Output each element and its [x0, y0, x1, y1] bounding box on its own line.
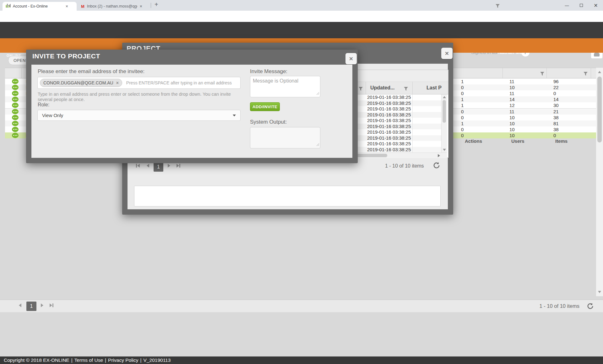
- next-page-button[interactable]: [41, 303, 43, 307]
- filter-icon[interactable]: [404, 86, 408, 92]
- cell-updated: 2019-01-16 03:38:25: [367, 106, 411, 111]
- column-header-updated[interactable]: Updated...: [370, 85, 394, 91]
- row-menu-button[interactable]: [12, 133, 19, 138]
- filter-icon[interactable]: [359, 86, 363, 92]
- invite-modal-close-button[interactable]: ×: [345, 53, 357, 64]
- invite-message-textarea[interactable]: Message is Optional: [250, 76, 320, 97]
- next-page-button[interactable]: [168, 164, 170, 168]
- cell-users: 10: [509, 115, 515, 120]
- project-dialog-close-button[interactable]: ×: [441, 48, 453, 59]
- invite-modal-body: Please enter the email address of the in…: [31, 65, 352, 158]
- row-menu-button[interactable]: [12, 103, 19, 108]
- terms-of-use-link[interactable]: Terms of Use: [74, 357, 103, 363]
- cell-updated: 2019-01-16 03:38:25: [367, 141, 411, 146]
- scrollbar-thumb[interactable]: [597, 77, 602, 142]
- cell-updated: 2019-01-16 03:38:25: [367, 147, 411, 152]
- filter-icon[interactable]: [496, 3, 500, 9]
- column-divider: [366, 82, 366, 94]
- prev-page-button[interactable]: [19, 303, 21, 307]
- cell-actions: 0: [461, 109, 464, 114]
- column-header-last[interactable]: Last P: [426, 85, 442, 91]
- column-divider: [412, 100, 413, 106]
- browser-tab-inbox[interactable]: M Inbox (2) - nathan.moss@qge.co ×: [78, 2, 149, 11]
- scrollbar-thumb[interactable]: [443, 100, 446, 123]
- cell-items: 21: [553, 109, 559, 114]
- invite-message-label: Invite Message:: [250, 68, 287, 75]
- row-menu-button[interactable]: [12, 97, 19, 102]
- chevron-down-icon: [233, 115, 236, 116]
- scroll-up-icon[interactable]: [598, 71, 601, 73]
- column-header-actions[interactable]: Actions: [465, 138, 482, 144]
- cell-users: 12: [509, 103, 515, 108]
- row-menu-button[interactable]: [12, 115, 19, 120]
- browser-tab-strip: EX Account - Ex-Online × M Inbox (2) - n…: [0, 0, 603, 11]
- refresh-icon[interactable]: [433, 162, 440, 170]
- email-input[interactable]: CONOR.DUGGAN@QGE.COM.AU × Press ENTER/SP…: [37, 77, 241, 89]
- column-header-items[interactable]: Items: [555, 138, 568, 144]
- filter-icon[interactable]: [540, 71, 544, 77]
- last-page-button[interactable]: [50, 303, 53, 307]
- grid-scrollbar-vertical[interactable]: [441, 94, 447, 153]
- cell-actions: 0: [461, 133, 464, 138]
- project-comment-textarea[interactable]: [134, 186, 441, 206]
- column-divider: [412, 129, 413, 135]
- cell-items: 0: [553, 133, 556, 138]
- footer-separator: |: [71, 357, 73, 363]
- system-output-textarea[interactable]: [250, 127, 320, 148]
- email-label: Please enter the email address of the in…: [38, 68, 144, 75]
- cell-items: 0: [553, 91, 556, 96]
- privacy-policy-link[interactable]: Privacy Policy: [108, 357, 138, 363]
- first-page-button[interactable]: [7, 4, 11, 8]
- cell-actions: 0: [461, 115, 464, 120]
- row-menu-button[interactable]: [12, 85, 19, 90]
- scroll-up-icon[interactable]: [443, 96, 446, 98]
- add-invite-button[interactable]: ADD/INVITE: [250, 102, 280, 111]
- column-divider: [412, 94, 413, 100]
- cell-items: 14: [553, 97, 559, 102]
- window-maximize-button[interactable]: [574, 0, 589, 11]
- row-menu-button[interactable]: [12, 127, 19, 132]
- app-header: EX ONLINE. ? Signed in as Nathan Moss: [0, 22, 603, 38]
- column-header-users[interactable]: Users: [511, 138, 524, 144]
- page-scrollbar[interactable]: [596, 68, 603, 296]
- window-minimize-button[interactable]: —: [560, 0, 574, 11]
- row-menu-button[interactable]: [12, 79, 19, 84]
- cell-actions: 1: [461, 121, 464, 126]
- row-menu-button[interactable]: [12, 121, 19, 126]
- chip-remove-icon[interactable]: ×: [116, 80, 119, 85]
- new-tab-button[interactable]: +: [155, 1, 158, 8]
- tab-close-icon[interactable]: ×: [140, 4, 142, 9]
- filter-icon[interactable]: [584, 71, 588, 77]
- current-page-button[interactable]: 1: [154, 162, 163, 172]
- page-footer: Copyright © 2018 EX-ONLINE | Terms of Us…: [0, 356, 603, 364]
- scroll-right-icon[interactable]: [438, 154, 440, 157]
- column-divider: [412, 112, 413, 118]
- current-page-button[interactable]: 1: [26, 302, 36, 311]
- invite-modal: INVITE TO PROJECT × Please enter the ema…: [26, 50, 358, 163]
- cell-updated: 2019-01-16 03:38:25: [367, 124, 411, 129]
- tab-divider: [151, 3, 151, 8]
- resize-handle-icon[interactable]: [316, 91, 319, 96]
- copyright-text: Copyright © 2018 EX-ONLINE: [4, 357, 69, 363]
- cell-actions: 0: [461, 91, 464, 96]
- browser-tab-account[interactable]: EX Account - Ex-Online ×: [3, 2, 77, 11]
- window-close-button[interactable]: ✕: [589, 0, 603, 11]
- last-page-button[interactable]: [177, 164, 180, 168]
- column-divider: [591, 68, 591, 78]
- first-page-button[interactable]: [136, 164, 140, 168]
- refresh-icon[interactable]: [587, 302, 594, 311]
- column-divider: [412, 124, 413, 130]
- email-chip: CONOR.DUGGAN@QGE.COM.AU ×: [40, 79, 122, 87]
- row-menu-button[interactable]: [12, 91, 19, 96]
- resize-handle-icon[interactable]: [316, 142, 319, 147]
- tab-close-icon[interactable]: ×: [66, 4, 68, 9]
- cell-updated: 2019-01-16 03:38:25: [367, 112, 411, 117]
- cell-users: 10: [509, 121, 515, 126]
- scroll-down-icon[interactable]: [443, 149, 446, 151]
- cell-users: 14: [509, 97, 515, 102]
- role-select[interactable]: View Only: [37, 110, 241, 121]
- row-menu-button[interactable]: [12, 109, 19, 114]
- prev-page-button[interactable]: [147, 164, 149, 168]
- cell-updated: 2019-01-16 03:38:25: [367, 129, 411, 135]
- scroll-down-icon[interactable]: [598, 291, 601, 293]
